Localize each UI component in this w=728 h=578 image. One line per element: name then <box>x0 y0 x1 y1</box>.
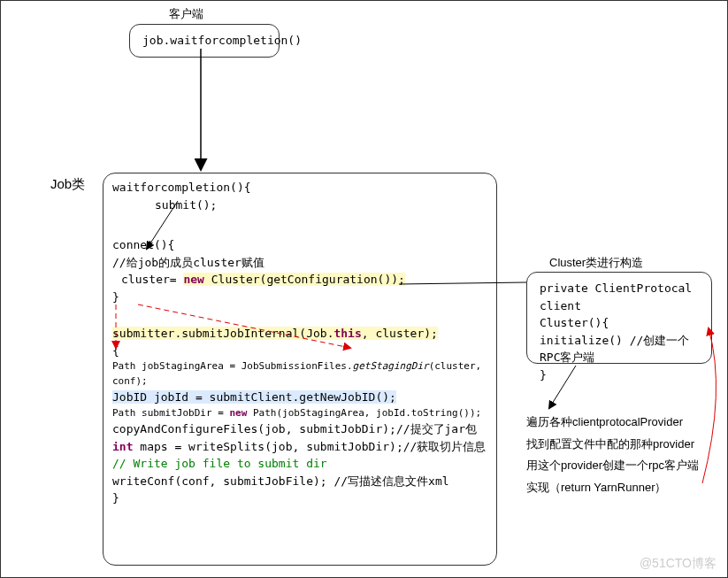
line-6: } <box>112 289 487 306</box>
line-12: copyAndConfigureFiles(job, submitJobDir)… <box>112 420 487 438</box>
line-14: // Write job file to submit dir <box>112 455 487 473</box>
line-8: { <box>112 343 487 360</box>
line-5: cluster= new Cluster(getConfiguration())… <box>121 271 487 289</box>
cluster-l1: private ClientProtocal client <box>540 280 699 314</box>
cluster-l3: initialize() //创建一个RPC客户端 <box>540 332 699 366</box>
cluster-l2: Cluster(){ <box>540 314 699 332</box>
line-4: //给job的成员cluster赋值 <box>112 254 487 272</box>
line-16: } <box>112 489 487 507</box>
desc-l3: 用这个provider创建一个rpc客户端 <box>526 455 714 477</box>
line-11: Path submitJobDir = new Path(jobStagingA… <box>112 406 487 421</box>
watermark: @51CTO博客 <box>640 556 717 572</box>
cluster-l4: } <box>540 366 699 384</box>
line-15: writeConf(conf, submitJobFile); //写描述信息文… <box>112 473 487 490</box>
line-3: connet(){ <box>112 236 487 254</box>
line-13: int maps = writeSplits(job, submitJobDir… <box>112 438 487 456</box>
client-call: job.waitforcompletion() <box>142 34 302 47</box>
cluster-box: private ClientProtocal client Cluster(){… <box>526 272 712 364</box>
description-text: 遍历各种clientprotocalProvider 找到配置文件中配的那种pr… <box>526 412 714 499</box>
line-10: JobID jobId = submitClient.getNewJobID()… <box>112 389 487 406</box>
line-2: submit(); <box>155 197 487 214</box>
line-7: submitter.submitJobInternal(Job.this, cl… <box>112 325 487 343</box>
cluster-class-label: Cluster类进行构造 <box>549 255 643 271</box>
desc-l1: 遍历各种clientprotocalProvider <box>526 412 714 434</box>
desc-l4: 实现（return YarnRunner） <box>526 477 714 499</box>
client-label: 客户端 <box>169 6 203 22</box>
line-1: waitforcompletion(){ <box>112 179 487 197</box>
client-box: job.waitforcompletion() <box>129 24 280 58</box>
line-9: Path jobStagingArea = JobSubmissionFiles… <box>112 359 487 389</box>
desc-l2: 找到配置文件中配的那种provider <box>526 434 714 456</box>
job-class-label: Job类 <box>50 176 85 193</box>
main-code-box: waitforcompletion(){ submit(); connet(){… <box>103 173 497 566</box>
